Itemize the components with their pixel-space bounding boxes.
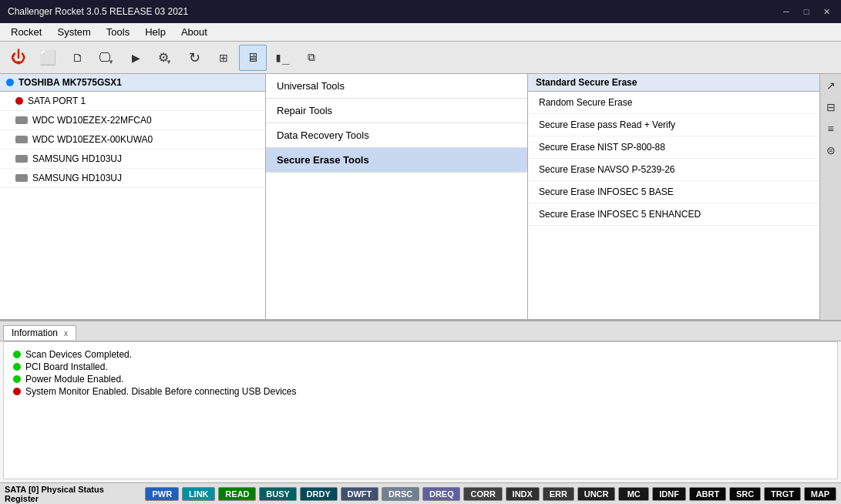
device-label-samsung2: SAMSUNG HD103UJ (32, 173, 122, 183)
settings-toolbar-button[interactable]: ⚙ ▼ (151, 45, 179, 71)
hdd-icon-2 (15, 136, 28, 143)
status-btn-drdy[interactable]: DRDY (300, 487, 338, 501)
status-btn-err[interactable]: ERR (543, 487, 574, 501)
menu-item-tools[interactable]: Tools (99, 25, 137, 39)
status-btn-abrt[interactable]: ABRT (689, 487, 726, 501)
log-dot-3 (13, 375, 21, 383)
status-label: SATA [0] Physical Status Register (5, 485, 139, 503)
status-btn-dreq[interactable]: DREQ (422, 487, 461, 501)
log-line-4: System Monitor Enabled. Disable Before c… (13, 385, 828, 398)
menu-item-about[interactable]: About (173, 25, 215, 39)
tool-data-recovery[interactable]: Data Recovery Tools (266, 123, 527, 148)
status-btn-dwft[interactable]: DWFT (341, 487, 379, 501)
sata-dot (15, 97, 23, 105)
refresh-toolbar-button[interactable]: ↻ (180, 45, 208, 71)
status-btn-corr[interactable]: CORR (463, 487, 502, 501)
menu-item-help[interactable]: Help (137, 25, 173, 39)
device-label-samsung1: SAMSUNG HD103UJ (32, 153, 122, 164)
device-label-wdc1: WDC WD10EZEX-22MFCA0 (32, 115, 152, 126)
status-btn-src[interactable]: SRC (729, 487, 761, 501)
panels-row: TOSHIBA MK7575GSX1 SATA PORT 1 WDC WD10E… (0, 74, 841, 321)
erase-infosec-enhanced[interactable]: Secure Erase INFOSEC 5 ENHANCED (528, 203, 819, 226)
erase-navso[interactable]: Secure Erase NAVSO P-5239-26 (528, 159, 819, 181)
device-item-sata[interactable]: SATA PORT 1 (0, 92, 265, 111)
device-header-label: TOSHIBA MK7575GSX1 (19, 77, 122, 88)
tool-secure-erase[interactable]: Secure Erase Tools (266, 148, 527, 173)
device-header: TOSHIBA MK7575GSX1 (0, 74, 265, 92)
display-toolbar-button[interactable]: 🖵 ▼ (93, 45, 120, 71)
device-item-wdc1[interactable]: WDC WD10EZEX-22MFCA0 (0, 111, 265, 130)
log-dot-2 (13, 363, 21, 371)
log-text-4: System Monitor Enabled. Disable Before c… (25, 386, 297, 397)
device-item-samsung1[interactable]: SAMSUNG HD103UJ (0, 150, 265, 169)
info-area: Information x Scan Devices Completed. PC… (0, 321, 841, 482)
hdd-icon-4 (15, 174, 28, 182)
erase-panel: Standard Secure Erase Random Secure Eras… (528, 74, 819, 320)
tab-close-button[interactable]: x (64, 329, 68, 338)
title-bar: Challenger Rocket 3.0.5 RELEASE 03 2021 … (0, 0, 841, 23)
tool-repair[interactable]: Repair Tools (266, 99, 527, 123)
maximize-button[interactable]: □ (799, 5, 813, 18)
status-btn-idnf[interactable]: IDNF (652, 487, 685, 501)
right-toolbar: ↗ ⊟ ≡ ⊜ (819, 74, 841, 320)
status-btn-indx[interactable]: INDX (506, 487, 540, 501)
open-toolbar-button[interactable]: 🗋 (63, 45, 91, 71)
rt-menu-button[interactable]: ≡ (822, 120, 839, 137)
status-btn-read[interactable]: READ (218, 487, 256, 501)
network-toolbar-button[interactable]: ⊞ (210, 45, 237, 71)
status-btn-uncr[interactable]: UNCR (577, 487, 616, 501)
new-toolbar-button[interactable]: ⬜ (34, 45, 62, 71)
status-btn-map[interactable]: MAP (804, 487, 836, 501)
status-btn-link[interactable]: LINK (182, 487, 215, 501)
erase-infosec-base[interactable]: Secure Erase INFOSEC 5 BASE (528, 181, 819, 203)
window-title: Challenger Rocket 3.0.5 RELEASE 03 2021 (8, 6, 779, 17)
menu-item-rocket[interactable]: Rocket (3, 25, 49, 39)
erase-panel-header: Standard Secure Erase (528, 74, 819, 92)
status-bar: SATA [0] Physical Status Register PWRLIN… (0, 482, 841, 504)
hdd-icon-3 (15, 155, 28, 163)
erase-nist[interactable]: Secure Erase NIST SP-800-88 (528, 136, 819, 159)
tool-universal[interactable]: Universal Tools (266, 74, 527, 99)
log-line-2: PCI Board Installed. (13, 361, 828, 373)
menu-item-system[interactable]: System (49, 25, 98, 39)
tools-panel: Universal Tools Repair Tools Data Recove… (266, 74, 528, 320)
window-controls: ─ □ ✕ (779, 5, 833, 18)
main-panels: TOSHIBA MK7575GSX1 SATA PORT 1 WDC WD10E… (0, 74, 819, 320)
device-label-wdc2: WDC WD10EZEX-00KUWA0 (32, 134, 153, 145)
log-text-1: Scan Devices Completed. (25, 349, 132, 360)
status-btn-pwr[interactable]: PWR (145, 487, 178, 501)
log-line-3: Power Module Enabled. (13, 373, 828, 385)
monitor-toolbar-button[interactable]: 🖥 (239, 45, 267, 71)
device-item-wdc2[interactable]: WDC WD10EZEX-00KUWA0 (0, 130, 265, 150)
log-dot-1 (13, 351, 21, 358)
device-panel: TOSHIBA MK7575GSX1 SATA PORT 1 WDC WD10E… (0, 74, 266, 320)
info-tab-label: Information (12, 328, 58, 338)
info-tab[interactable]: Information x (3, 325, 76, 340)
close-button[interactable]: ✕ (819, 5, 833, 18)
status-btn-busy[interactable]: BUSY (259, 487, 296, 501)
log-text-2: PCI Board Installed. (25, 361, 108, 372)
minimize-button[interactable]: ─ (779, 5, 793, 18)
status-btn-drsc[interactable]: DRSC (382, 487, 419, 501)
log-text-3: Power Module Enabled. (25, 374, 123, 385)
log-dot-4 (13, 388, 21, 395)
info-content: Scan Devices Completed. PCI Board Instal… (3, 341, 838, 479)
info-tabs: Information x (0, 321, 841, 341)
toolbar: ⏻ ⬜ 🗋 🖵 ▼ ▶ ⚙ ▼ ↻ ⊞ 🖥 ▮_ ⧉ (0, 42, 841, 74)
power-toolbar-button[interactable]: ⏻ (5, 45, 32, 71)
device-item-samsung2[interactable]: SAMSUNG HD103UJ (0, 169, 265, 188)
rt-expand-button[interactable]: ↗ (822, 77, 839, 94)
rt-collapse-button[interactable]: ⊟ (822, 99, 839, 116)
play-toolbar-button[interactable]: ▶ (122, 45, 150, 71)
split-toolbar-button[interactable]: ⧉ (298, 45, 325, 71)
erase-random[interactable]: Random Secure Erase (528, 92, 819, 114)
log-line-1: Scan Devices Completed. (13, 348, 828, 361)
device-item-label: SATA PORT 1 (28, 96, 86, 106)
erase-pass-read[interactable]: Secure Erase pass Read + Verify (528, 114, 819, 136)
terminal-toolbar-button[interactable]: ▮_ (268, 45, 296, 71)
status-btn-trgt[interactable]: TRGT (764, 487, 801, 501)
menu-bar: RocketSystemToolsHelpAbout (0, 23, 841, 42)
rt-circle-button[interactable]: ⊜ (822, 142, 839, 159)
device-status-dot (6, 79, 14, 86)
status-btn-mc[interactable]: MC (618, 487, 649, 501)
